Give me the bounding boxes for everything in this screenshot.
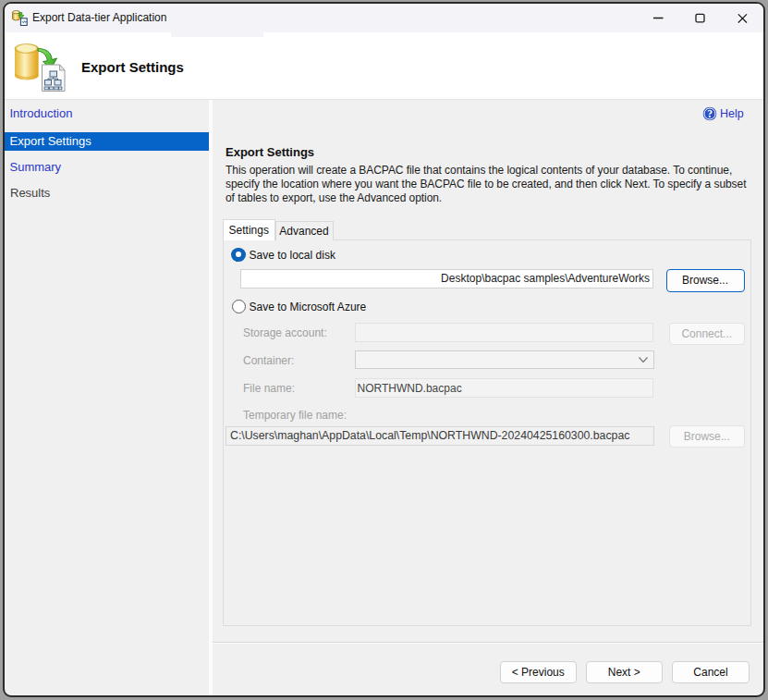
svg-text:?: ? [707, 108, 713, 119]
